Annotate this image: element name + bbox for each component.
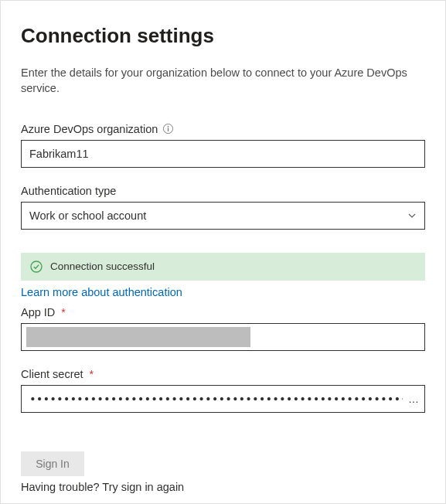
redacted-value <box>26 327 250 347</box>
page-title: Connection settings <box>21 24 425 48</box>
auth-type-label: Authentication type <box>21 185 116 197</box>
org-field-group: Azure DevOps organization <box>21 123 425 168</box>
app-id-group: App ID * <box>21 306 425 351</box>
info-icon[interactable] <box>162 123 174 135</box>
svg-point-1 <box>168 126 169 128</box>
svg-rect-2 <box>168 128 169 131</box>
org-label: Azure DevOps organization <box>21 123 158 135</box>
success-check-icon <box>30 261 43 273</box>
connection-settings-panel: Connection settings Enter the details fo… <box>0 0 446 504</box>
chevron-down-icon <box>407 211 417 220</box>
app-id-label: App ID <box>21 306 55 318</box>
client-secret-group: Client secret * … <box>21 368 425 413</box>
app-id-input[interactable] <box>21 323 425 351</box>
required-marker: * <box>61 306 66 318</box>
learn-more-link[interactable]: Learn more about authentication <box>21 286 182 298</box>
page-subtitle: Enter the details for your organization … <box>21 65 425 97</box>
org-input[interactable] <box>21 140 425 168</box>
client-secret-input[interactable] <box>21 385 425 413</box>
auth-type-value: Work or school account <box>29 209 146 222</box>
connection-status-banner: Connection successful <box>21 253 425 281</box>
sign-in-button[interactable]: Sign In <box>21 451 84 476</box>
trouble-text: Having trouble? Try sign in again <box>21 481 425 493</box>
auth-type-group: Authentication type Work or school accou… <box>21 185 425 230</box>
required-marker: * <box>90 368 94 380</box>
client-secret-label: Client secret <box>21 368 83 380</box>
connection-status-text: Connection successful <box>50 261 155 272</box>
svg-point-3 <box>31 261 42 272</box>
auth-type-select[interactable]: Work or school account <box>21 202 425 230</box>
